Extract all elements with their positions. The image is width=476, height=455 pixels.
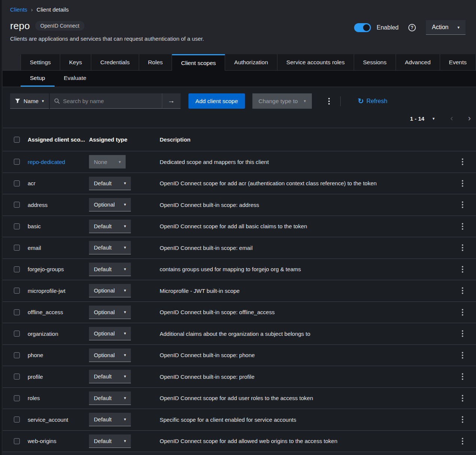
chevron-down-icon: ▾ bbox=[124, 181, 126, 185]
tab-advanced[interactable]: Advanced bbox=[396, 54, 440, 71]
row-checkbox[interactable] bbox=[14, 245, 20, 251]
column-description: Description bbox=[160, 136, 457, 143]
assigned-type-dropdown[interactable]: Default ▾ bbox=[89, 413, 131, 426]
row-kebab-menu[interactable] bbox=[458, 264, 467, 275]
row-checkbox[interactable] bbox=[14, 223, 20, 229]
row-checkbox[interactable] bbox=[14, 180, 20, 186]
row-kebab-menu[interactable] bbox=[458, 199, 467, 210]
row-checkbox[interactable] bbox=[14, 374, 20, 380]
scope-name[interactable]: organization bbox=[28, 331, 58, 337]
row-checkbox[interactable] bbox=[14, 395, 20, 401]
row-kebab-menu[interactable] bbox=[458, 393, 467, 404]
search-icon bbox=[54, 98, 60, 104]
row-checkbox[interactable] bbox=[14, 438, 20, 444]
search-submit-button[interactable]: → bbox=[162, 93, 181, 109]
assigned-type-dropdown[interactable]: Optional ▾ bbox=[89, 349, 131, 362]
search-input[interactable] bbox=[63, 98, 157, 104]
protocol-badge: OpenID Connect bbox=[35, 21, 85, 31]
tab-service-accounts-roles[interactable]: Service accounts roles bbox=[277, 54, 354, 71]
scope-description: OpenID Connect built-in scope: address bbox=[160, 202, 457, 208]
row-checkbox[interactable] bbox=[14, 309, 20, 315]
tab-keys[interactable]: Keys bbox=[60, 54, 91, 71]
row-kebab-menu[interactable] bbox=[458, 307, 467, 318]
add-client-scope-button[interactable]: Add client scope bbox=[188, 93, 245, 109]
action-dropdown[interactable]: Action ▾ bbox=[426, 20, 466, 35]
subtab-evaluate[interactable]: Evaluate bbox=[55, 71, 96, 87]
tab-sessions[interactable]: Sessions bbox=[354, 54, 396, 71]
scope-name[interactable]: offline_access bbox=[28, 309, 63, 315]
help-icon[interactable]: ? bbox=[408, 24, 416, 31]
row-kebab-menu[interactable] bbox=[458, 328, 467, 339]
assigned-type-dropdown[interactable]: None ▾ bbox=[89, 155, 126, 168]
client-details-page: Clients › Client details repo OpenID Con… bbox=[3, 0, 476, 455]
assigned-type-dropdown[interactable]: Default ▾ bbox=[89, 263, 131, 276]
assigned-type-dropdown[interactable]: Default ▾ bbox=[89, 434, 131, 448]
pagination-options-icon[interactable]: ▾ bbox=[433, 117, 435, 121]
chevron-down-icon: ▾ bbox=[124, 310, 126, 314]
tab-client-scopes[interactable]: Client scopes bbox=[172, 54, 225, 71]
scope-name[interactable]: profile bbox=[28, 374, 43, 380]
row-kebab-menu[interactable] bbox=[458, 156, 467, 167]
pagination-prev-button[interactable]: ‹ bbox=[450, 114, 453, 123]
row-kebab-menu[interactable] bbox=[458, 221, 467, 232]
assigned-type-dropdown[interactable]: Default ▾ bbox=[89, 220, 131, 233]
assigned-type-dropdown[interactable]: Default ▾ bbox=[89, 391, 131, 405]
tab-roles[interactable]: Roles bbox=[139, 54, 172, 71]
scope-name[interactable]: web-origins bbox=[28, 438, 56, 444]
chevron-down-icon: ▾ bbox=[124, 439, 126, 443]
scope-description: OpenID Connect scope for add all basic c… bbox=[160, 223, 457, 229]
row-kebab-menu[interactable] bbox=[458, 350, 467, 361]
row-checkbox[interactable] bbox=[14, 159, 20, 165]
row-checkbox[interactable] bbox=[14, 288, 20, 294]
row-checkbox[interactable] bbox=[14, 202, 20, 208]
scope-name[interactable]: basic bbox=[28, 223, 41, 229]
assigned-type-dropdown[interactable]: Optional ▾ bbox=[89, 284, 131, 297]
row-checkbox[interactable] bbox=[14, 331, 20, 337]
row-kebab-menu[interactable] bbox=[458, 242, 467, 253]
row-kebab-menu[interactable] bbox=[458, 414, 467, 425]
tab-settings[interactable]: Settings bbox=[21, 54, 60, 71]
scope-name[interactable]: acr bbox=[28, 180, 36, 186]
assigned-type-dropdown[interactable]: Optional ▾ bbox=[89, 306, 131, 319]
row-kebab-menu[interactable] bbox=[458, 178, 467, 189]
scope-description: Additional claims about the organization… bbox=[160, 331, 457, 337]
refresh-button[interactable]: ↻ Refresh bbox=[358, 98, 387, 105]
tab-events[interactable]: Events bbox=[440, 54, 476, 71]
scope-name[interactable]: forgejo-groups bbox=[28, 266, 64, 272]
row-checkbox[interactable] bbox=[14, 417, 20, 422]
assigned-type-dropdown[interactable]: Default ▾ bbox=[89, 370, 131, 383]
breadcrumb-clients-link[interactable]: Clients bbox=[10, 6, 27, 13]
page-title: repo bbox=[10, 20, 30, 32]
row-checkbox[interactable] bbox=[14, 352, 20, 358]
toggle-knob bbox=[363, 24, 370, 31]
breadcrumb-separator-icon: › bbox=[31, 7, 33, 12]
toolbar-divider bbox=[340, 96, 341, 106]
assigned-type-dropdown[interactable]: Default ▾ bbox=[89, 177, 131, 190]
row-kebab-menu[interactable] bbox=[458, 371, 467, 382]
breadcrumb: Clients › Client details bbox=[10, 6, 466, 13]
change-type-dropdown[interactable]: Change type to ▾ bbox=[252, 93, 312, 109]
scope-name[interactable]: email bbox=[28, 245, 41, 251]
enabled-toggle[interactable] bbox=[354, 23, 371, 32]
select-all-checkbox[interactable] bbox=[14, 137, 20, 143]
pagination-next-button[interactable]: › bbox=[468, 114, 471, 123]
scope-name[interactable]: roles bbox=[28, 395, 40, 401]
toolbar-kebab-menu[interactable] bbox=[322, 95, 336, 108]
filter-type-dropdown[interactable]: Name ▾ bbox=[10, 93, 49, 109]
row-checkbox[interactable] bbox=[14, 266, 20, 272]
subtab-setup[interactable]: Setup bbox=[21, 71, 55, 87]
table-row: address Optional ▾ OpenID Connect built-… bbox=[3, 194, 476, 216]
assigned-type-dropdown[interactable]: Default ▾ bbox=[89, 241, 131, 254]
filter-label: Name bbox=[24, 98, 39, 104]
scope-name[interactable]: microprofile-jwt bbox=[28, 288, 65, 294]
row-kebab-menu[interactable] bbox=[458, 436, 467, 447]
scope-name[interactable]: phone bbox=[28, 352, 43, 358]
assigned-type-dropdown[interactable]: Optional ▾ bbox=[89, 327, 131, 340]
tab-credentials[interactable]: Credentials bbox=[91, 54, 139, 71]
assigned-type-dropdown[interactable]: Optional ▾ bbox=[89, 198, 131, 211]
tab-authorization[interactable]: Authorization bbox=[225, 54, 277, 71]
scope-name[interactable]: repo-dedicated bbox=[28, 159, 65, 165]
scope-name[interactable]: service_account bbox=[28, 417, 68, 423]
row-kebab-menu[interactable] bbox=[458, 285, 467, 296]
scope-name[interactable]: address bbox=[28, 202, 47, 208]
